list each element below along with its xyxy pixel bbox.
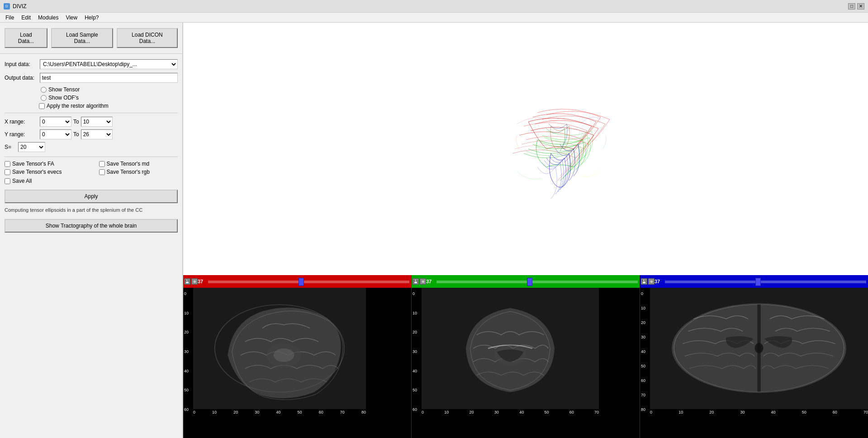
save-tensor-rgb-checkbox[interactable] <box>99 169 105 175</box>
save-tensor-md-item: Save Tensor's md <box>99 161 178 167</box>
y-range-to-label: To <box>73 131 79 138</box>
apply-restor-label[interactable]: Apply the restor algorithm <box>47 103 109 109</box>
slice-row: 💾 ⊕ 37 0 10 20 <box>183 275 868 415</box>
form-area: Input data: C:\Users\PENTABELL\Desktop\d… <box>0 54 182 438</box>
save-tensor-fa-item: Save Tensor's FA <box>5 161 90 167</box>
coronal-zoom-btn[interactable]: ⊕ <box>420 278 426 285</box>
sagittal-y20: 20 <box>184 330 192 334</box>
show-tensor-row: Show Tensor <box>5 86 178 93</box>
axial-brain-svg <box>650 288 868 409</box>
axial-slice-number: 37 <box>655 279 660 284</box>
brain-tractography <box>492 86 628 212</box>
save-grid: Save Tensor's FA Save Tensor's md Save T… <box>5 161 178 175</box>
s-row: S= 2021222324 <box>5 142 178 152</box>
sagittal-y10: 10 <box>184 311 192 315</box>
show-odfs-radio[interactable] <box>41 95 47 101</box>
save-tensor-evecs-checkbox[interactable] <box>5 169 10 175</box>
input-data-label: Input data: <box>5 61 40 67</box>
sagittal-y30: 30 <box>184 349 192 354</box>
axial-controls: 💾 ⊕ <box>641 278 655 285</box>
menu-edit[interactable]: Edit <box>18 14 34 22</box>
sagittal-y60: 60 <box>184 407 192 412</box>
load-data-button[interactable]: Load Data... <box>5 28 47 48</box>
sagittal-slice-number: 37 <box>198 279 203 284</box>
y-range-from-select[interactable]: 01234 <box>40 129 71 139</box>
coronal-save-btn[interactable]: 💾 <box>413 278 419 285</box>
s-select[interactable]: 2021222324 <box>18 142 45 152</box>
app-title: DIVIZ <box>13 3 27 10</box>
save-all-checkbox[interactable] <box>5 178 10 184</box>
svg-point-11 <box>754 343 763 353</box>
save-tensor-evecs-label[interactable]: Save Tensor's evecs <box>12 169 62 175</box>
close-btn[interactable]: ✕ <box>857 3 864 10</box>
apply-restor-checkbox[interactable] <box>39 103 45 109</box>
menu-help[interactable]: Help? <box>81 14 102 22</box>
axial-content: 0 10 20 30 40 50 60 70 80 <box>640 288 868 415</box>
sagittal-save-btn[interactable]: 💾 <box>184 278 190 285</box>
save-tensor-evecs-item: Save Tensor's evecs <box>5 169 90 175</box>
sagittal-header: 💾 ⊕ 37 <box>183 275 411 288</box>
status-text: Computing tensor ellipsoids in a part of… <box>5 207 178 214</box>
tractography-svg <box>492 86 628 212</box>
axial-save-btn[interactable]: 💾 <box>641 278 647 285</box>
coronal-slice-number: 37 <box>426 279 432 284</box>
show-odfs-label[interactable]: Show ODF's <box>48 95 79 101</box>
save-tensor-fa-label[interactable]: Save Tensor's FA <box>12 161 54 167</box>
x-range-to-select[interactable]: 10111213 <box>81 117 113 127</box>
sagittal-brain-svg <box>193 288 366 409</box>
save-tensor-md-checkbox[interactable] <box>99 161 105 167</box>
show-tensor-radio[interactable] <box>41 87 47 93</box>
save-all-label[interactable]: Save All <box>12 178 32 184</box>
load-sample-data-button[interactable]: Load Sample Data... <box>51 28 113 48</box>
output-data-input[interactable] <box>40 73 178 83</box>
input-data-select[interactable]: C:\Users\PENTABELL\Desktop\dipy_... <box>40 59 178 69</box>
x-range-to-label: To <box>73 119 79 125</box>
output-data-row: Output data: <box>5 73 178 83</box>
coronal-black-area <box>599 288 640 415</box>
axial-panel: 💾 ⊕ 37 0 10 20 30 <box>640 275 868 415</box>
title-bar: D DIVIZ □ ✕ <box>0 0 868 13</box>
coronal-slider[interactable] <box>436 281 638 283</box>
save-tensor-rgb-item: Save Tensor's rgb <box>99 169 178 175</box>
menu-modules[interactable]: Modules <box>34 14 62 22</box>
axial-header: 💾 ⊕ 37 <box>640 275 868 288</box>
save-tensor-fa-checkbox[interactable] <box>5 161 10 167</box>
axial-slider[interactable] <box>665 281 866 283</box>
y-range-row: Y range: 01234 To 2627282930 <box>5 129 178 139</box>
axial-slider-container <box>665 278 866 285</box>
show-odfs-row: Show ODF's <box>5 95 178 101</box>
separator-2 <box>5 157 178 157</box>
menu-view[interactable]: View <box>62 14 81 22</box>
sagittal-black-area <box>366 288 411 415</box>
y-range-label: Y range: <box>5 131 40 138</box>
show-tractography-button[interactable]: Show Tractography of the whole brain <box>5 219 178 233</box>
sagittal-zoom-btn[interactable]: ⊕ <box>191 278 198 285</box>
menu-bar: File Edit Modules View Help? <box>0 13 868 23</box>
save-tensor-md-label[interactable]: Save Tensor's md <box>107 161 150 167</box>
save-tensor-rgb-label[interactable]: Save Tensor's rgb <box>107 169 150 175</box>
coronal-brain-svg <box>422 288 599 409</box>
menu-file[interactable]: File <box>2 14 18 22</box>
coronal-panel: 💾 ⊕ 37 0 10 20 30 <box>412 275 640 415</box>
restore-btn[interactable]: □ <box>848 3 855 10</box>
axial-zoom-btn[interactable]: ⊕ <box>648 278 655 285</box>
toolbar: Load Data... Load Sample Data... Load DI… <box>0 23 182 54</box>
3d-visualization[interactable] <box>183 23 868 275</box>
save-all-row: Save All <box>5 178 178 184</box>
left-panel: Load Data... Load Sample Data... Load DI… <box>0 23 183 438</box>
sagittal-controls: 💾 ⊕ <box>184 278 198 285</box>
apply-button[interactable]: Apply <box>5 190 178 203</box>
right-panel: 💾 ⊕ 37 0 10 20 <box>183 23 868 438</box>
s-label: S= <box>5 144 18 150</box>
y-range-to-select[interactable]: 2627282930 <box>81 129 113 139</box>
sagittal-slider[interactable] <box>208 281 409 283</box>
bottom-black-area <box>183 415 868 438</box>
sagittal-content: 0 10 20 30 40 50 60 <box>183 288 411 415</box>
x-range-from-select[interactable]: 01234 <box>40 117 71 127</box>
window-controls: □ ✕ <box>848 3 864 10</box>
show-tensor-label[interactable]: Show Tensor <box>48 86 80 93</box>
sagittal-slider-container <box>208 278 409 285</box>
load-dicon-data-button[interactable]: Load DICON Data... <box>117 28 178 48</box>
sagittal-y40: 40 <box>184 369 192 373</box>
sagittal-y50: 50 <box>184 388 192 392</box>
